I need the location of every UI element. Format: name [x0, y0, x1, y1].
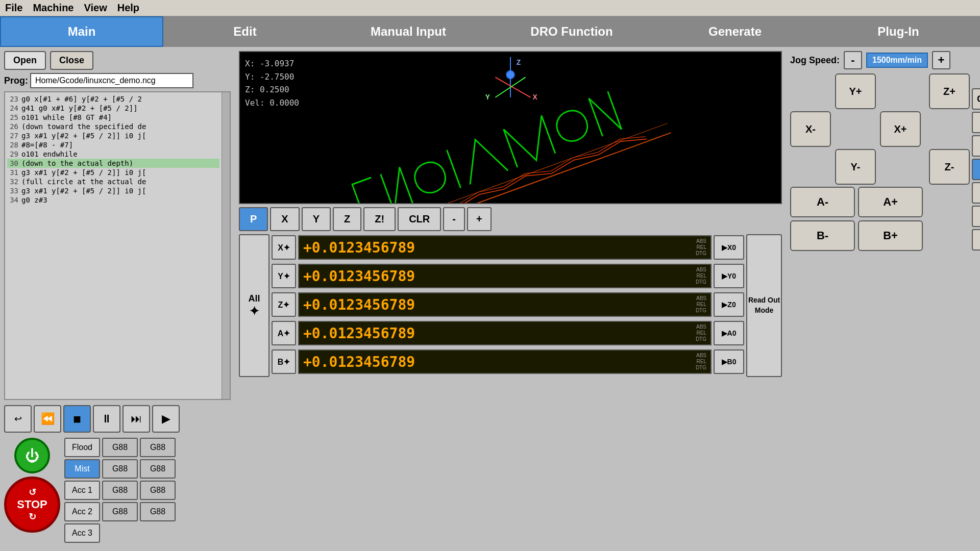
jog-increment-1mm[interactable]: .1mm: [972, 135, 980, 157]
return-to-start-button[interactable]: ↩: [4, 405, 32, 433]
pause-button[interactable]: ⏸: [93, 405, 120, 433]
estop-button[interactable]: ↺ STOP ↻: [4, 477, 60, 533]
jog-speed-value[interactable]: 1500mm/min: [866, 53, 928, 68]
axis-minus-button[interactable]: -: [443, 207, 465, 231]
jog-increment-10mm[interactable]: 10mm: [972, 182, 980, 204]
axis-y-button[interactable]: Y: [302, 207, 331, 231]
power-button[interactable]: ⏻: [14, 438, 50, 473]
axis-z-button[interactable]: Z: [333, 207, 361, 231]
code-scrollbar[interactable]: [222, 92, 230, 399]
menu-help[interactable]: Help: [117, 2, 139, 14]
code-line-29: 29o101 endwhile: [7, 149, 219, 159]
line-code: g41 g0 x#1 y[#2 + [#5 / 2]]: [21, 104, 138, 112]
code-line-33: 33g3 x#1 y[#2 + [#5 / 2]] i0 j[: [7, 186, 219, 195]
line-code: #8=[#8 - #7]: [21, 141, 73, 149]
prog-path-input[interactable]: [30, 73, 193, 88]
tab-main[interactable]: Main: [0, 16, 163, 47]
g88-7-button[interactable]: G88: [102, 502, 138, 521]
code-area: 23g0 x[#1 + #6] y[#2 + [#5 / 224g41 g0 x…: [4, 91, 231, 400]
jog-xminus-button[interactable]: X-: [790, 111, 831, 147]
jog-increment-01mm[interactable]: .01mm: [972, 112, 980, 133]
dro-y-value-box: +0.0123456789 ABS REL DTG: [298, 264, 712, 288]
jog-xplus-button[interactable]: X+: [880, 111, 921, 147]
tab-manual-input[interactable]: Manual Input: [327, 16, 490, 47]
dro-a-zero-btn[interactable]: ▶A0: [714, 321, 744, 345]
dro-z-value: +0.0123456789: [303, 296, 415, 313]
line-number: 24: [7, 104, 21, 112]
jog-zminus-button[interactable]: Z-: [929, 149, 970, 185]
stop-arrows2-icon: ↻: [29, 511, 36, 522]
jog-speed-plus-btn[interactable]: +: [932, 51, 950, 69]
g88-2-button[interactable]: G88: [140, 438, 176, 457]
dro-y-zero-btn[interactable]: ▶Y0: [714, 264, 744, 288]
jog-bminus-button[interactable]: B-: [790, 220, 855, 251]
menu-file[interactable]: File: [5, 2, 22, 14]
dro-x-zero-btn[interactable]: ▶X0: [714, 235, 744, 260]
g88-5-button[interactable]: G88: [102, 481, 138, 500]
dro-a-axis-btn[interactable]: A✦: [272, 321, 296, 345]
jog-increment-continuous[interactable]: Continuous: [972, 88, 980, 110]
jog-yplus-button[interactable]: Y+: [835, 73, 876, 109]
dro-rows: X✦ +0.0123456789 ABS REL DTG ▶X0 Y✦: [272, 234, 744, 377]
axis-plus-button[interactable]: +: [467, 207, 492, 231]
line-number: 33: [7, 187, 21, 195]
dro-a-labels: ABS REL DTG: [696, 324, 706, 342]
step-back-button[interactable]: ⏪: [34, 405, 61, 433]
dro-z-zero-btn[interactable]: ▶Z0: [714, 292, 744, 317]
g88-8-button[interactable]: G88: [140, 502, 176, 521]
all-button[interactable]: All ✦: [239, 234, 270, 377]
dro-b-zero-btn[interactable]: ▶B0: [714, 349, 744, 374]
dro-b-axis-btn[interactable]: B✦: [272, 349, 296, 374]
tab-edit[interactable]: Edit: [163, 16, 327, 47]
open-button[interactable]: Open: [4, 51, 46, 70]
line-number: 27: [7, 132, 21, 140]
dro-area: All ✦ X✦ +0.0123456789 ABS REL DTG: [239, 234, 782, 377]
acc1-button[interactable]: Acc 1: [64, 481, 100, 500]
acc3-button[interactable]: Acc 3: [64, 523, 100, 543]
close-button[interactable]: Close: [50, 51, 93, 70]
g88-4-button[interactable]: G88: [140, 459, 176, 479]
center-panel: X: -3.0937 Y: -2.7500 Z: 0.2500 Vel: 0.0…: [235, 47, 786, 547]
jog-yminus-button[interactable]: Y-: [835, 149, 876, 185]
mist-button[interactable]: Mist: [64, 459, 100, 479]
axis-z-excl-button[interactable]: Z!: [363, 207, 396, 231]
menu-machine[interactable]: Machine: [33, 2, 74, 14]
main-content: Open Close Prog: 23g0 x[#1 + #6] y[#2 + …: [0, 47, 980, 547]
read-out-mode-button[interactable]: Read Out Mode: [746, 234, 782, 377]
stop-label: STOP: [17, 498, 47, 511]
g88-3-button[interactable]: G88: [102, 459, 138, 479]
g88-1-button[interactable]: G88: [102, 438, 138, 457]
jog-increment-1000mm[interactable]: 1000mm: [972, 229, 980, 251]
axis-clr-button[interactable]: CLR: [398, 207, 441, 231]
line-number: 30: [7, 159, 21, 167]
jog-speed-row: Jog Speed: - 1500mm/min +: [790, 51, 976, 69]
jog-increment-100mm[interactable]: 100mm: [972, 206, 980, 227]
dro-z-axis-btn[interactable]: Z✦: [272, 292, 296, 317]
jog-aminus-button[interactable]: A-: [790, 187, 855, 217]
jog-bplus-button[interactable]: B+: [858, 220, 923, 251]
tab-dro-function[interactable]: DRO Function: [490, 16, 653, 47]
dro-y-axis-btn[interactable]: Y✦: [272, 264, 296, 288]
code-lines-scroll[interactable]: 23g0 x[#1 + #6] y[#2 + [#5 / 224g41 g0 x…: [5, 92, 222, 399]
tab-generate[interactable]: Generate: [653, 16, 817, 47]
dro-row-a: A✦ +0.0123456789 ABS REL DTG ▶A0: [272, 320, 744, 346]
menu-view[interactable]: View: [84, 2, 107, 14]
flood-button[interactable]: Flood: [64, 438, 100, 457]
jog-increment-1mm[interactable]: 1mm: [972, 159, 980, 180]
play-button[interactable]: ▶: [152, 405, 180, 433]
axis-p-button[interactable]: P: [239, 207, 268, 231]
jog-zplus-button[interactable]: Z+: [929, 73, 970, 109]
step-forward-button[interactable]: ⏭: [122, 405, 150, 433]
svg-text:X: X: [532, 93, 537, 101]
stop-button[interactable]: ■: [63, 405, 91, 433]
code-line-30: 30(down to the actual depth): [7, 159, 219, 168]
dro-x-axis-btn[interactable]: X✦: [272, 235, 296, 260]
g88-6-button[interactable]: G88: [140, 481, 176, 500]
jog-speed-minus-btn[interactable]: -: [844, 51, 862, 69]
acc2-button[interactable]: Acc 2: [64, 502, 100, 521]
jog-aplus-button[interactable]: A+: [858, 187, 923, 217]
prog-path-row: Prog:: [4, 73, 231, 88]
dro-x-value-box: +0.0123456789 ABS REL DTG: [298, 235, 712, 260]
tab-plug-in[interactable]: Plug-In: [817, 16, 980, 47]
axis-x-button[interactable]: X: [270, 207, 299, 231]
